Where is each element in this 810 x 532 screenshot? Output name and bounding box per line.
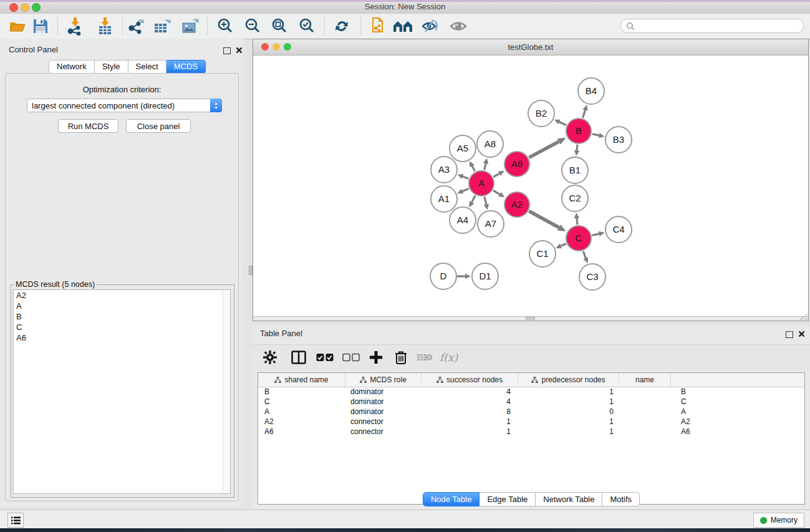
export-network-icon[interactable] <box>125 16 147 36</box>
mcds-result-list[interactable]: A2 A B C A6 <box>13 289 231 494</box>
edge-B-B1[interactable] <box>577 145 577 150</box>
float-panel-icon[interactable] <box>223 46 231 57</box>
network-vscrollbar[interactable] <box>249 56 253 319</box>
table-cell[interactable]: 1 <box>533 427 614 437</box>
split-columns-icon[interactable] <box>290 349 307 366</box>
edge-B-B2[interactable] <box>559 122 566 125</box>
table-row[interactable]: Bdominator41B <box>258 387 804 397</box>
column-header-MCDS-role[interactable]: MCDS role <box>345 373 422 387</box>
table-cell[interactable]: C <box>264 397 270 407</box>
result-item[interactable]: A2 <box>14 290 230 301</box>
edge-B-B3[interactable] <box>592 134 599 135</box>
table-cell[interactable]: A2 <box>264 417 274 427</box>
result-item[interactable]: A <box>14 301 230 311</box>
table-cell[interactable]: A6 <box>264 427 274 437</box>
tab-mcds[interactable]: MCDS <box>166 60 206 74</box>
tab-edge-table[interactable]: Edge Table <box>480 492 536 506</box>
table-cell[interactable]: A <box>264 407 269 417</box>
edge-C-C1[interactable] <box>561 244 566 246</box>
edge-A-A5[interactable] <box>472 166 475 171</box>
result-item[interactable]: A6 <box>14 332 230 343</box>
zoom-fit-icon[interactable] <box>269 16 290 36</box>
edge-B-B4[interactable] <box>583 110 586 118</box>
save-session-icon[interactable] <box>30 16 51 36</box>
select-all-checkboxes-icon[interactable] <box>316 349 334 366</box>
show-details-icon[interactable] <box>448 16 469 36</box>
table-cell[interactable]: A6 <box>681 427 690 437</box>
table-row[interactable]: Cdominator41C <box>258 397 804 407</box>
edge-A6-B[interactable] <box>529 142 559 158</box>
table-cell[interactable]: 0 <box>533 407 614 417</box>
search-field[interactable] <box>620 19 804 33</box>
edge-A-A3[interactable] <box>463 177 468 178</box>
tab-select[interactable]: Select <box>128 60 166 74</box>
resize-grip-icon[interactable] <box>800 312 808 320</box>
table-cell[interactable]: 1 <box>533 417 614 427</box>
column-header-predecessor-nodes[interactable]: predecessor nodes <box>518 373 619 387</box>
tab-network[interactable]: Network <box>49 60 95 74</box>
criterion-dropdown[interactable]: largest connected component (directed) ▲… <box>27 99 222 112</box>
table-cell[interactable]: B <box>264 387 269 397</box>
column-header-name[interactable]: name <box>619 373 671 387</box>
home-layout-icon[interactable] <box>393 16 414 36</box>
result-list-scrollbar[interactable] <box>223 290 230 493</box>
tab-node-table[interactable]: Node Table <box>423 492 480 506</box>
memory-button[interactable]: Memory <box>753 513 804 528</box>
add-column-plus-icon[interactable] <box>367 349 385 366</box>
table-row[interactable]: Adominator80A <box>258 407 804 417</box>
network-hscrollbar[interactable] <box>253 316 808 321</box>
table-row[interactable]: A2connector11A2 <box>258 417 804 427</box>
tab-network-table[interactable]: Network Table <box>536 492 602 506</box>
delete-column-trash-icon[interactable] <box>392 349 410 366</box>
edge-A-A2[interactable] <box>493 190 500 194</box>
float-table-panel-icon[interactable] <box>786 329 793 341</box>
hide-details-icon[interactable] <box>420 16 441 36</box>
edge-C-C3[interactable] <box>583 251 586 258</box>
open-file-icon[interactable] <box>7 16 28 36</box>
table-cell[interactable]: 1 <box>533 387 614 397</box>
import-table-icon[interactable] <box>94 16 115 36</box>
edge-C-C4[interactable] <box>592 234 599 235</box>
table-cell[interactable]: dominator <box>350 387 383 397</box>
table-cell[interactable]: 1 <box>433 427 511 437</box>
search-input[interactable] <box>635 21 803 31</box>
edge-A-A7[interactable] <box>485 196 486 204</box>
refresh-icon[interactable] <box>331 16 352 36</box>
import-network-icon[interactable] <box>64 16 85 36</box>
column-header-shared-name[interactable]: shared name <box>258 373 345 387</box>
task-history-button[interactable] <box>7 513 24 528</box>
table-settings-gear-icon[interactable] <box>261 349 279 366</box>
table-row[interactable]: A6connector11A6 <box>258 427 804 437</box>
result-item[interactable]: B <box>14 311 230 322</box>
table-cell[interactable]: dominator <box>350 397 383 407</box>
tab-style[interactable]: Style <box>95 60 128 74</box>
zoom-in-icon[interactable] <box>215 16 236 36</box>
clone-network-icon[interactable] <box>367 16 388 36</box>
edge-A-A1[interactable] <box>463 188 469 191</box>
table-cell[interactable]: C <box>681 397 687 407</box>
tab-motifs[interactable]: Motifs <box>602 492 640 506</box>
table-cell[interactable]: A <box>681 407 686 417</box>
table-cell[interactable]: A2 <box>681 417 690 427</box>
close-panel-icon[interactable] <box>236 45 243 56</box>
edge-A-A8[interactable] <box>485 163 486 170</box>
run-mcds-button[interactable]: Run MCDS <box>58 119 118 133</box>
function-builder-button[interactable]: f(x) <box>440 349 458 366</box>
export-image-icon[interactable] <box>180 16 201 36</box>
table-cell[interactable]: connector <box>350 417 383 427</box>
edge-A2-C[interactable] <box>529 211 559 228</box>
delete-table-icon[interactable] <box>416 349 433 366</box>
edge-A-A4[interactable] <box>472 196 476 203</box>
close-panel-button[interactable]: Close panel <box>126 119 191 133</box>
table-cell[interactable]: 4 <box>433 387 511 397</box>
network-graph-canvas[interactable]: AA1A2A3A4A5A6A7A8BB1B2B3B4CC1C2C3C4DD1 <box>253 55 808 321</box>
table-cell[interactable]: dominator <box>350 407 383 417</box>
column-header-successor-nodes[interactable]: successor nodes <box>422 373 518 387</box>
zoom-out-icon[interactable] <box>242 16 263 36</box>
table-cell[interactable]: 1 <box>433 417 511 427</box>
deselect-all-checkboxes-icon[interactable] <box>342 349 360 366</box>
table-cell[interactable]: connector <box>350 427 383 437</box>
table-cell[interactable]: 4 <box>433 397 511 407</box>
table-cell[interactable]: 8 <box>433 407 511 417</box>
edge-C-C2[interactable] <box>577 218 577 225</box>
